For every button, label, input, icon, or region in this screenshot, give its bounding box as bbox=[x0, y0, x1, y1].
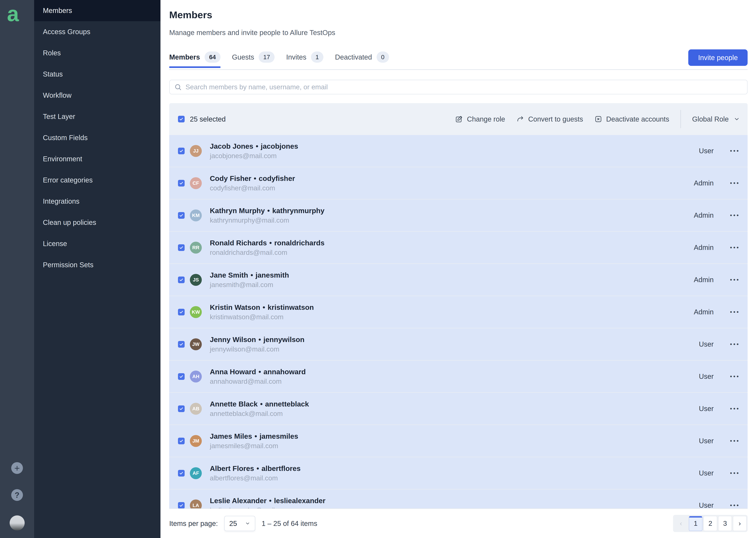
row-checkbox[interactable] bbox=[178, 309, 185, 315]
row-checkbox[interactable] bbox=[178, 341, 185, 348]
sidebar-item-label: Access Groups bbox=[43, 28, 90, 36]
pager-page-1[interactable]: 1 bbox=[689, 516, 702, 531]
member-name: Albert Flores•albertflores bbox=[210, 464, 301, 472]
member-row[interactable]: JJ Jacob Jones•jacobjones jacobjones@mai… bbox=[169, 135, 748, 167]
row-checkbox[interactable] bbox=[178, 438, 185, 444]
member-name: Jenny Wilson•jennywilson bbox=[210, 336, 305, 344]
member-role: User bbox=[675, 469, 714, 477]
row-checkbox[interactable] bbox=[178, 373, 185, 380]
items-per-page-select[interactable]: 25 bbox=[224, 516, 255, 531]
tab-guests[interactable]: Guests 17 bbox=[232, 51, 275, 68]
member-row[interactable]: RR Ronald Richards•ronaldrichards ronald… bbox=[169, 232, 748, 264]
sidebar-item-clean-up-policies[interactable]: Clean up policies bbox=[34, 212, 161, 233]
member-email: kristinwatson@mail.com bbox=[210, 313, 314, 321]
sidebar-item-roles[interactable]: Roles bbox=[34, 42, 161, 64]
member-email: janesmith@mail.com bbox=[210, 281, 289, 289]
member-row[interactable]: JW Jenny Wilson•jennywilson jennywilson@… bbox=[169, 328, 748, 360]
member-avatar: RR bbox=[190, 242, 202, 253]
member-tabs: Members 64 Guests 17 Invites 1 Deactivat… bbox=[169, 51, 748, 68]
selected-count-label: 25 selected bbox=[190, 115, 226, 123]
sidebar-item-custom-fields[interactable]: Custom Fields bbox=[34, 127, 161, 148]
pager-next-icon[interactable]: › bbox=[733, 516, 746, 531]
pager-page-3[interactable]: 3 bbox=[718, 516, 732, 531]
convert-to-guests-button[interactable]: Convert to guests bbox=[516, 115, 583, 123]
current-user-avatar[interactable] bbox=[10, 515, 25, 530]
member-role: User bbox=[675, 405, 714, 412]
member-row[interactable]: LA Leslie Alexander•lesliealexander lesl… bbox=[169, 490, 748, 509]
row-checkbox[interactable] bbox=[178, 212, 185, 219]
member-row[interactable]: AF Albert Flores•albertflores albertflor… bbox=[169, 457, 748, 490]
member-row[interactable]: KW Kristin Watson•kristinwatson kristinw… bbox=[169, 296, 748, 328]
sidebar-item-license[interactable]: License bbox=[34, 233, 161, 254]
select-all-checkbox[interactable] bbox=[178, 116, 185, 123]
sidebar-item-label: Status bbox=[43, 70, 63, 78]
pager-prev-icon[interactable]: ‹ bbox=[674, 516, 688, 531]
tab-count-badge: 1 bbox=[311, 51, 323, 63]
convert-arrow-icon bbox=[516, 115, 524, 123]
member-row[interactable]: AB Annette Black•annetteblack annettebla… bbox=[169, 393, 748, 425]
member-row[interactable]: CF Cody Fisher•codyfisher codyfisher@mai… bbox=[169, 167, 748, 199]
member-email: jennywilson@mail.com bbox=[210, 345, 305, 353]
member-avatar: AB bbox=[190, 403, 202, 415]
deactivate-accounts-button[interactable]: Deactivate accounts bbox=[594, 115, 669, 123]
row-checkbox[interactable] bbox=[178, 180, 185, 187]
member-avatar: KM bbox=[190, 209, 202, 221]
add-icon[interactable]: + bbox=[11, 462, 23, 474]
check-icon bbox=[179, 342, 184, 347]
tab-label: Members bbox=[169, 53, 200, 61]
row-checkbox[interactable] bbox=[178, 405, 185, 412]
member-name: Jane Smith•janesmith bbox=[210, 271, 289, 279]
member-avatar: LA bbox=[190, 500, 202, 509]
member-email: jamesmiles@mail.com bbox=[210, 442, 298, 450]
row-checkbox[interactable] bbox=[178, 470, 185, 476]
tab-invites[interactable]: Invites 1 bbox=[286, 51, 323, 68]
row-menu-ellipsis-icon[interactable]: ••• bbox=[726, 438, 740, 444]
help-icon[interactable]: ? bbox=[11, 489, 23, 501]
row-checkbox[interactable] bbox=[178, 244, 185, 251]
sidebar-item-test-layer[interactable]: Test Layer bbox=[34, 106, 161, 127]
member-name: Anna Howard•annahoward bbox=[210, 368, 306, 376]
row-menu-ellipsis-icon[interactable]: ••• bbox=[726, 502, 740, 509]
member-row[interactable]: JS Jane Smith•janesmith janesmith@mail.c… bbox=[169, 264, 748, 296]
row-menu-ellipsis-icon[interactable]: ••• bbox=[726, 470, 740, 476]
sidebar-item-status[interactable]: Status bbox=[34, 64, 161, 85]
allure-logo-icon[interactable]: a bbox=[7, 3, 19, 25]
row-menu-ellipsis-icon[interactable]: ••• bbox=[726, 244, 740, 251]
row-checkbox[interactable] bbox=[178, 502, 185, 509]
sidebar-item-label: Members bbox=[43, 7, 72, 15]
tab-members[interactable]: Members 64 bbox=[169, 51, 220, 68]
member-row[interactable]: AH Anna Howard•annahoward annahoward@mai… bbox=[169, 360, 748, 393]
check-icon bbox=[179, 245, 184, 250]
row-menu-ellipsis-icon[interactable]: ••• bbox=[726, 276, 740, 283]
member-row[interactable]: JM James Miles•jamesmiles jamesmiles@mai… bbox=[169, 425, 748, 457]
check-icon bbox=[179, 149, 184, 153]
row-menu-ellipsis-icon[interactable]: ••• bbox=[726, 212, 740, 219]
sidebar-item-environment[interactable]: Environment bbox=[34, 148, 161, 170]
member-avatar: AF bbox=[190, 467, 202, 479]
sidebar-item-workflow[interactable]: Workflow bbox=[34, 85, 161, 106]
row-menu-ellipsis-icon[interactable]: ••• bbox=[726, 341, 740, 348]
chevron-down-icon bbox=[245, 521, 250, 526]
row-menu-ellipsis-icon[interactable]: ••• bbox=[726, 405, 740, 412]
global-role-dropdown[interactable]: Global Role bbox=[692, 115, 740, 123]
items-per-page-label: Items per page: bbox=[169, 519, 218, 527]
row-menu-ellipsis-icon[interactable]: ••• bbox=[726, 147, 740, 154]
member-row[interactable]: KM Kathryn Murphy•kathrynmurphy kathrynm… bbox=[169, 199, 748, 232]
row-menu-ellipsis-icon[interactable]: ••• bbox=[726, 308, 740, 315]
row-checkbox[interactable] bbox=[178, 277, 185, 283]
member-role: User bbox=[675, 502, 714, 509]
tab-deactivated[interactable]: Deactivated 0 bbox=[335, 51, 389, 68]
pager-page-2[interactable]: 2 bbox=[703, 516, 717, 531]
row-menu-ellipsis-icon[interactable]: ••• bbox=[726, 373, 740, 380]
invite-people-button[interactable]: Invite people bbox=[688, 49, 748, 66]
sidebar-item-access-groups[interactable]: Access Groups bbox=[34, 21, 161, 42]
row-menu-ellipsis-icon[interactable]: ••• bbox=[726, 180, 740, 187]
search-input[interactable] bbox=[185, 83, 742, 91]
sidebar-item-error-categories[interactable]: Error categories bbox=[34, 170, 161, 191]
change-role-button[interactable]: Change role bbox=[455, 115, 505, 123]
sidebar-item-permission-sets[interactable]: Permission Sets bbox=[34, 254, 161, 276]
sidebar-item-members[interactable]: Members bbox=[34, 0, 161, 21]
settings-sidebar: MembersAccess GroupsRolesStatusWorkflowT… bbox=[34, 0, 161, 538]
row-checkbox[interactable] bbox=[178, 148, 185, 154]
sidebar-item-integrations[interactable]: Integrations bbox=[34, 191, 161, 212]
